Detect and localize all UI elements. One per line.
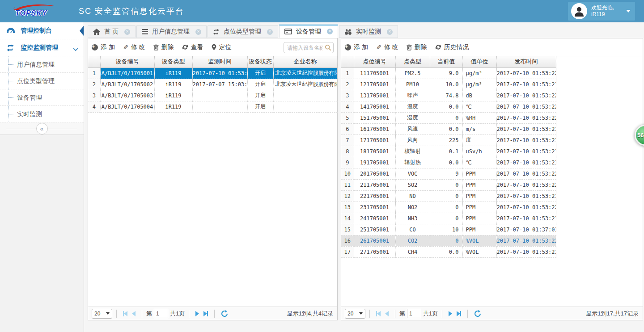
cell[interactable]: CO2 bbox=[395, 235, 430, 246]
cell[interactable]: 0 bbox=[430, 235, 462, 246]
cell[interactable]: uSv/h bbox=[462, 146, 496, 157]
table-row[interactable]: 4A/BJLT/0/1705004iR119开启 bbox=[88, 101, 337, 112]
cell[interactable]: 131705001 bbox=[354, 90, 395, 101]
cell[interactable]: iR119 bbox=[154, 79, 192, 90]
cell[interactable]: 251705001 bbox=[354, 224, 395, 235]
collapse-sidebar-button[interactable]: « bbox=[36, 123, 48, 134]
cell[interactable]: 241705001 bbox=[354, 213, 395, 224]
cell[interactable]: 0 bbox=[430, 190, 462, 202]
cell[interactable]: 181705001 bbox=[354, 146, 395, 157]
cell[interactable]: NH3 bbox=[395, 213, 430, 224]
prev-page-button[interactable] bbox=[132, 311, 136, 316]
cell[interactable]: 2017-07-10 01:53:22 bbox=[496, 179, 556, 190]
cell[interactable]: %VOL bbox=[462, 246, 496, 257]
table-row[interactable]: 6161705001风速0.0m/s2017-07-10 01:53:21 bbox=[341, 123, 556, 134]
table-row[interactable]: 7171705001风向225度2017-07-10 01:53:21 bbox=[341, 134, 556, 146]
sidebar-item-point-type[interactable]: 点位类型管理 bbox=[0, 73, 84, 89]
cell[interactable]: %RH bbox=[462, 112, 496, 123]
cell[interactable]: CH4 bbox=[395, 246, 430, 257]
cell[interactable]: 2017-07-10 01:53:21 bbox=[496, 190, 556, 202]
cell[interactable]: 风速 bbox=[395, 123, 430, 134]
page-size-select[interactable]: 20 bbox=[345, 309, 365, 319]
column-header[interactable]: 发布时间 bbox=[496, 56, 556, 67]
column-header[interactable]: 点位编号 bbox=[354, 56, 395, 67]
reload-icon[interactable] bbox=[474, 310, 481, 317]
cell[interactable]: 0.0 bbox=[430, 157, 462, 168]
cell[interactable]: NO2 bbox=[395, 202, 430, 213]
cell[interactable]: 2017-07-10 01:53:21 bbox=[496, 79, 556, 90]
first-page-button[interactable] bbox=[376, 311, 381, 316]
table-row[interactable]: 13231705001NO20PPM2017-07-10 01:53:22 bbox=[341, 202, 556, 213]
cell[interactable]: m/s bbox=[462, 123, 496, 134]
cell[interactable]: 261705001 bbox=[354, 235, 395, 246]
cell[interactable]: 北京凌天世纪控股股份有限公司 bbox=[273, 79, 337, 90]
table-row[interactable]: 2121705001PM1010.0μg/m³2017-07-10 01:53:… bbox=[341, 79, 556, 90]
cell[interactable]: ℃ bbox=[462, 157, 496, 168]
cell[interactable]: 271705001 bbox=[354, 246, 395, 257]
cell[interactable]: 121705001 bbox=[354, 79, 395, 90]
cell[interactable]: 0.0 bbox=[430, 246, 462, 257]
page-size-select[interactable]: 20 bbox=[92, 309, 112, 319]
cell[interactable]: 2017-07-10 01:53:21 bbox=[496, 134, 556, 146]
cell[interactable]: 开启 bbox=[247, 79, 273, 90]
cell[interactable]: 2017-07-10 01:53:22 bbox=[496, 202, 556, 213]
cell[interactable]: 2017-07-10 01:53:21 bbox=[496, 157, 556, 168]
cell[interactable]: 温度 bbox=[395, 101, 430, 112]
cell[interactable]: 0 bbox=[430, 179, 462, 190]
history-button[interactable]: 历史情况 bbox=[435, 43, 469, 51]
cell[interactable]: 2017-07-10 01:53:22 bbox=[496, 67, 556, 79]
cell[interactable]: 201705001 bbox=[354, 168, 395, 179]
table-row[interactable]: 10201705001VOC9PPM2017-07-10 01:53:22 bbox=[341, 168, 556, 179]
table-row[interactable]: 16261705001CO20%VOL2017-07-10 01:53:22 bbox=[341, 235, 556, 246]
cell[interactable]: 2017-07-10 01:53:21 bbox=[496, 213, 556, 224]
cell[interactable]: PPM bbox=[462, 224, 496, 235]
cell[interactable]: 2017-07-10 01:53:21 bbox=[496, 146, 556, 157]
cell[interactable]: 141705001 bbox=[354, 101, 395, 112]
delete-button[interactable]: 删除 bbox=[153, 43, 174, 51]
tab-point-type[interactable]: 点位类型管理 × bbox=[208, 25, 278, 38]
cell[interactable]: 0 bbox=[430, 202, 462, 213]
prev-page-button[interactable] bbox=[385, 311, 389, 316]
table-row[interactable]: 9191705001辐射热0.0℃2017-07-10 01:53:21 bbox=[341, 157, 556, 168]
next-page-button[interactable] bbox=[449, 311, 452, 316]
close-icon[interactable]: × bbox=[327, 29, 333, 34]
cell[interactable]: 开启 bbox=[247, 67, 273, 79]
column-header[interactable]: 企业名称 bbox=[273, 56, 337, 67]
cell[interactable]: A/BJLT/0/1705003 bbox=[100, 90, 154, 101]
cell[interactable]: VOC bbox=[395, 168, 430, 179]
table-row[interactable]: 15251705001CO10PPM2017-07-10 01:37:01 bbox=[341, 224, 556, 235]
close-icon[interactable]: × bbox=[387, 29, 393, 35]
close-icon[interactable]: × bbox=[267, 29, 273, 35]
cell[interactable]: iR119 bbox=[154, 67, 192, 79]
cell[interactable]: 0 bbox=[430, 112, 462, 123]
cell[interactable]: 2017-07-10 01:53:21 bbox=[496, 246, 556, 257]
table-row[interactable]: 3131705001噪声74.8dB2017-07-10 01:53:22 bbox=[341, 90, 556, 101]
last-page-button[interactable] bbox=[203, 311, 208, 316]
cell[interactable]: 10 bbox=[430, 224, 462, 235]
cell[interactable]: 151705001 bbox=[354, 112, 395, 123]
column-header[interactable]: 设备编号 bbox=[100, 56, 154, 67]
cell[interactable]: 风向 bbox=[395, 134, 430, 146]
cell[interactable]: A/BJLT/0/1705002 bbox=[100, 79, 154, 90]
search-icon[interactable] bbox=[325, 44, 331, 52]
close-icon[interactable]: × bbox=[195, 29, 201, 35]
add-button[interactable]: + 添 加 bbox=[345, 43, 368, 51]
cell[interactable]: 0.0 bbox=[430, 123, 462, 134]
cell[interactable]: 111705001 bbox=[354, 67, 395, 79]
page-number-input[interactable] bbox=[154, 309, 168, 318]
cell[interactable] bbox=[192, 101, 247, 112]
table-row[interactable]: 4141705001温度0.0℃2017-07-10 01:53:22 bbox=[341, 101, 556, 112]
delete-button[interactable]: 删除 bbox=[407, 43, 427, 51]
column-header[interactable]: 当前值 bbox=[430, 56, 462, 67]
cell[interactable]: NO bbox=[395, 190, 430, 202]
cell[interactable]: 核辐射 bbox=[395, 146, 430, 157]
cell[interactable]: 0.1 bbox=[430, 146, 462, 157]
cell[interactable]: 2017-07-10 01:53:21 bbox=[496, 123, 556, 134]
cell[interactable]: PPM bbox=[462, 179, 496, 190]
column-header[interactable]: 值单位 bbox=[462, 56, 496, 67]
table-row[interactable]: 14241705001NH30PPM2017-07-10 01:53:21 bbox=[341, 213, 556, 224]
cell[interactable]: 噪声 bbox=[395, 90, 430, 101]
cell[interactable]: 开启 bbox=[247, 101, 273, 112]
cell[interactable]: 湿度 bbox=[395, 112, 430, 123]
page-number-input[interactable] bbox=[407, 309, 421, 318]
